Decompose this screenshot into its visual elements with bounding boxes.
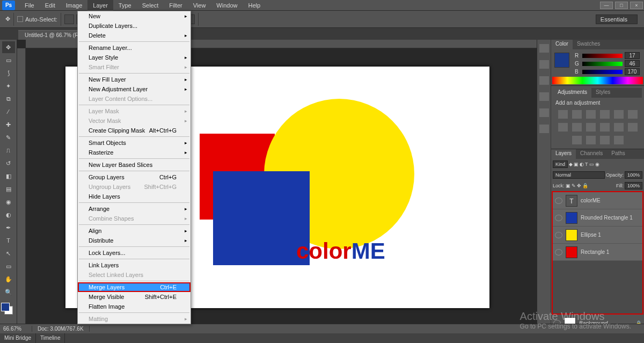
adj-icon[interactable] (600, 123, 610, 132)
panel-icon[interactable] (539, 125, 549, 133)
align-icon[interactable] (64, 14, 74, 24)
path-tool[interactable]: ↖ (2, 247, 15, 259)
shape-rectangle-blue[interactable] (213, 171, 310, 265)
tab-mini-bridge[interactable]: Mini Bridge (0, 333, 36, 343)
tab-swatches[interactable]: Swatches (573, 40, 604, 49)
menu-item-delete[interactable]: Delete (78, 31, 191, 40)
adj-icon[interactable] (558, 123, 568, 132)
tab-timeline[interactable]: Timeline (36, 333, 65, 343)
fill-value[interactable]: 100% (625, 182, 642, 189)
eraser-tool[interactable]: ◧ (2, 170, 15, 182)
visibility-toggle[interactable] (555, 198, 562, 204)
zoom-field[interactable]: 66.67% (0, 326, 32, 332)
gradient-tool[interactable]: ▤ (2, 183, 15, 195)
lasso-tool[interactable]: ⟆ (2, 67, 15, 79)
adj-icon[interactable] (600, 110, 610, 119)
minimize-button[interactable]: — (600, 2, 613, 9)
menu-item-rename-layer-[interactable]: Rename Layer... (78, 43, 191, 53)
workspace-dropdown[interactable]: Essentials (596, 14, 638, 24)
adj-icon[interactable] (572, 110, 582, 119)
tab-channels[interactable]: Channels (576, 149, 607, 159)
menu-item-create-clipping-mask[interactable]: Create Clipping MaskAlt+Ctrl+G (78, 126, 191, 135)
adj-icon[interactable] (600, 136, 610, 144)
menu-file[interactable]: File (19, 0, 40, 11)
move-tool[interactable]: ✥ (2, 41, 15, 53)
pen-tool[interactable]: ✒ (2, 222, 15, 233)
opacity-value[interactable]: 100% (625, 171, 642, 179)
visibility-toggle[interactable] (555, 215, 562, 221)
menu-select[interactable]: Select (137, 0, 164, 11)
menu-help[interactable]: Help (243, 0, 266, 11)
menu-item-arrange[interactable]: Arrange (78, 204, 191, 214)
menu-filter[interactable]: Filter (164, 0, 187, 11)
adj-icon[interactable] (586, 136, 596, 144)
menu-item-lock-layers-[interactable]: Lock Layers... (78, 248, 191, 258)
adj-icon[interactable] (614, 110, 624, 119)
tab-styles[interactable]: Styles (591, 88, 614, 98)
healing-tool[interactable]: ✚ (2, 119, 15, 130)
adj-icon[interactable] (614, 136, 624, 144)
b-value[interactable]: 170 (625, 68, 640, 75)
menu-window[interactable]: Window (211, 0, 243, 11)
g-value[interactable]: 46 (625, 60, 640, 67)
menu-view[interactable]: View (188, 0, 211, 11)
hand-tool[interactable]: ✋ (2, 273, 15, 285)
menu-image[interactable]: Image (61, 0, 88, 11)
color-swatches[interactable] (1, 303, 13, 315)
shape-tool[interactable]: ▭ (2, 260, 15, 272)
menu-edit[interactable]: Edit (40, 0, 61, 11)
foreground-swatch[interactable] (554, 53, 569, 68)
close-button[interactable]: × (630, 2, 643, 9)
tab-layers[interactable]: Layers (551, 149, 576, 159)
layer-row[interactable]: Rounded Rectangle 1 (553, 209, 642, 227)
layer-row[interactable]: Ellipse 1 (553, 227, 642, 244)
menu-item-new-adjustment-layer[interactable]: New Adjustment Layer (78, 84, 191, 94)
panel-icon[interactable] (539, 76, 549, 85)
menu-item-align[interactable]: Align (78, 226, 191, 236)
wand-tool[interactable]: ✦ (2, 80, 15, 92)
stamp-tool[interactable]: ⎍ (2, 144, 15, 156)
r-value[interactable]: 17 (625, 52, 640, 59)
r-slider[interactable] (582, 54, 623, 58)
menu-item-distribute[interactable]: Distribute (78, 236, 191, 245)
menu-layer[interactable]: Layer (87, 0, 113, 11)
visibility-toggle[interactable] (555, 249, 562, 256)
tab-adjustments[interactable]: Adjustments (553, 88, 591, 98)
menu-item-merge-layers[interactable]: Merge LayersCtrl+E (78, 282, 191, 292)
adj-icon[interactable] (586, 123, 596, 132)
layer-row[interactable]: T colorME (553, 192, 642, 209)
menu-item-merge-visible[interactable]: Merge VisibleShift+Ctrl+E (78, 292, 191, 302)
layer-row[interactable]: Rectangle 1 (553, 244, 642, 261)
color-spectrum[interactable] (552, 77, 643, 84)
menu-item-hide-layers[interactable]: Hide Layers (78, 192, 191, 201)
panel-icon[interactable] (539, 108, 549, 117)
menu-type[interactable]: Type (113, 0, 137, 11)
panel-icon[interactable] (539, 92, 549, 101)
menu-item-layer-style[interactable]: Layer Style (78, 53, 191, 62)
adj-icon[interactable] (558, 110, 568, 119)
maximize-button[interactable]: □ (615, 2, 628, 9)
adj-icon[interactable] (628, 123, 638, 132)
type-tool[interactable]: T (2, 235, 15, 246)
adj-icon[interactable] (614, 123, 624, 132)
b-slider[interactable] (582, 70, 623, 74)
menu-item-group-layers[interactable]: Group LayersCtrl+G (78, 172, 191, 182)
dodge-tool[interactable]: ◐ (2, 209, 15, 221)
menu-item-new[interactable]: New (78, 11, 191, 21)
g-slider[interactable] (582, 62, 623, 66)
eyedropper-tool[interactable]: ∕ (2, 106, 15, 118)
crop-tool[interactable]: ⧉ (2, 93, 15, 105)
blend-mode-dd[interactable]: Normal (553, 171, 605, 179)
tab-paths[interactable]: Paths (607, 149, 630, 159)
adj-icon[interactable] (572, 123, 582, 132)
brush-tool[interactable]: ✎ (2, 132, 15, 143)
blur-tool[interactable]: ◉ (2, 196, 15, 208)
menu-item-duplicate-layers-[interactable]: Duplicate Layers... (78, 21, 191, 31)
adj-icon[interactable] (572, 136, 582, 144)
history-brush-tool[interactable]: ↺ (2, 157, 15, 169)
menu-item-new-layer-based-slices[interactable]: New Layer Based Slices (78, 160, 191, 170)
visibility-toggle[interactable] (555, 232, 562, 238)
adj-icon[interactable] (586, 110, 596, 119)
tab-color[interactable]: Color (551, 40, 573, 49)
menu-item-smart-objects[interactable]: Smart Objects (78, 138, 191, 148)
